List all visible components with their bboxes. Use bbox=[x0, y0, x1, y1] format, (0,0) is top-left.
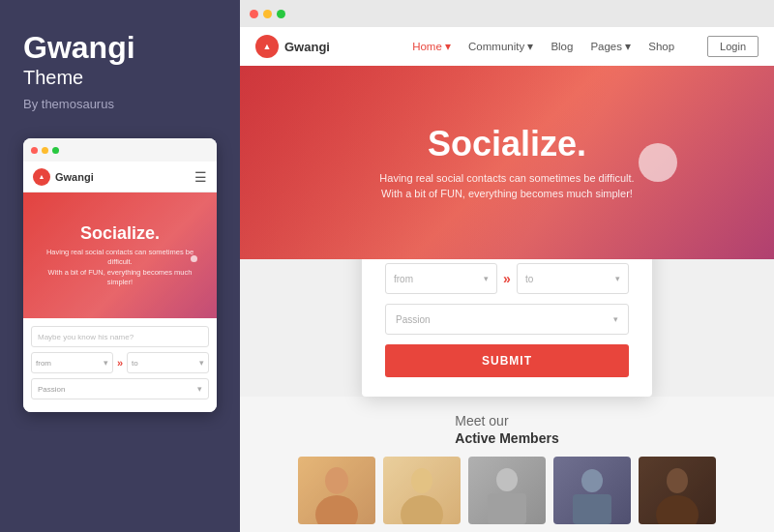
desktop-hero-subtitle: Having real social contacts can sometime… bbox=[379, 170, 634, 202]
titlebar-dot-green bbox=[52, 147, 59, 154]
desktop-logo-area: Gwangi bbox=[255, 35, 330, 58]
mobile-preview-card: Gwangi ☰ Socialize. Having real social c… bbox=[23, 138, 217, 412]
browser-dot-green bbox=[277, 10, 285, 18]
titlebar-dot-red bbox=[31, 147, 38, 154]
members-grid bbox=[298, 457, 716, 524]
browser-dot-yellow bbox=[263, 10, 272, 18]
desktop-preview: Gwangi Home ▾ Community ▾ Blog Pages ▾ S… bbox=[240, 27, 774, 532]
right-panel: Gwangi Home ▾ Community ▾ Blog Pages ▾ S… bbox=[240, 0, 774, 532]
mobile-range-arrow: » bbox=[117, 357, 123, 369]
desktop-logo-text: Gwangi bbox=[284, 40, 330, 54]
mobile-hero-text: Having real social contacts can sometime… bbox=[46, 248, 194, 288]
desktop-hero-title: Socialize. bbox=[428, 124, 586, 164]
members-section-header: Meet our Active Members bbox=[455, 412, 558, 447]
nav-link-community[interactable]: Community ▾ bbox=[468, 40, 533, 53]
mobile-nav: Gwangi ☰ bbox=[23, 162, 217, 192]
nav-link-home[interactable]: Home ▾ bbox=[412, 40, 451, 53]
member-avatar-4[interactable] bbox=[553, 457, 631, 524]
mobile-logo-area: Gwangi bbox=[33, 168, 94, 186]
mobile-titlebar bbox=[23, 138, 217, 162]
search-from-select[interactable]: from ▾ bbox=[385, 263, 497, 294]
mobile-passion-select[interactable]: Passion ▾ bbox=[31, 378, 209, 399]
svg-rect-2 bbox=[298, 457, 375, 524]
nav-link-pages[interactable]: Pages ▾ bbox=[590, 40, 631, 53]
theme-subtitle: Theme bbox=[23, 67, 217, 89]
mobile-form-area: Maybe you know his name? from ▾ » to ▾ P… bbox=[23, 318, 217, 412]
members-section: Meet our Active Members bbox=[240, 397, 774, 532]
member-avatar-1[interactable] bbox=[298, 457, 375, 524]
nav-link-shop[interactable]: Shop bbox=[648, 41, 674, 52]
search-range-arrow: » bbox=[503, 271, 511, 286]
mobile-logo-icon bbox=[33, 168, 50, 186]
theme-author: By themosaurus bbox=[23, 97, 217, 111]
titlebar-dot-yellow bbox=[42, 147, 48, 154]
mobile-to-select[interactable]: to ▾ bbox=[127, 352, 209, 373]
search-submit-button[interactable]: SUBMIT bbox=[385, 344, 629, 377]
login-button[interactable]: Login bbox=[707, 36, 759, 57]
svg-point-6 bbox=[496, 468, 518, 491]
hero-circle-decoration bbox=[639, 143, 677, 182]
search-age-row: from ▾ » to ▾ bbox=[385, 263, 629, 294]
member-avatar-3[interactable] bbox=[468, 457, 546, 524]
mobile-age-row: from ▾ » to ▾ bbox=[31, 352, 209, 373]
svg-rect-5 bbox=[383, 457, 461, 524]
svg-rect-9 bbox=[573, 494, 611, 524]
svg-rect-12 bbox=[639, 457, 716, 524]
theme-title: Gwangi bbox=[23, 31, 217, 65]
search-form-card: from ▾ » to ▾ Passion ▾ SUBMIT bbox=[362, 259, 652, 397]
browser-bar bbox=[240, 0, 774, 27]
mobile-hero: Socialize. Having real social contacts c… bbox=[23, 192, 217, 318]
member-avatar-2[interactable] bbox=[383, 457, 461, 524]
search-to-select[interactable]: to ▾ bbox=[517, 263, 629, 294]
svg-point-8 bbox=[581, 469, 603, 492]
mobile-name-input[interactable]: Maybe you know his name? bbox=[31, 326, 209, 347]
mobile-hero-title: Socialize. bbox=[80, 223, 160, 244]
desktop-nav-links: Home ▾ Community ▾ Blog Pages ▾ Shop Log… bbox=[412, 36, 759, 57]
nav-link-blog[interactable]: Blog bbox=[551, 41, 573, 52]
search-passion-select[interactable]: Passion ▾ bbox=[385, 304, 629, 335]
desktop-logo-icon bbox=[255, 35, 279, 58]
desktop-nav: Gwangi Home ▾ Community ▾ Blog Pages ▾ S… bbox=[240, 27, 774, 66]
left-panel: Gwangi Theme By themosaurus Gwangi ☰ Soc… bbox=[0, 0, 240, 532]
hamburger-icon[interactable]: ☰ bbox=[194, 169, 207, 185]
mobile-logo-text: Gwangi bbox=[55, 171, 94, 183]
browser-dot-red bbox=[250, 10, 258, 18]
mobile-from-select[interactable]: from ▾ bbox=[31, 352, 113, 373]
svg-rect-7 bbox=[488, 493, 526, 524]
member-avatar-5[interactable] bbox=[639, 457, 716, 524]
desktop-hero: Socialize. Having real social contacts c… bbox=[240, 66, 774, 259]
